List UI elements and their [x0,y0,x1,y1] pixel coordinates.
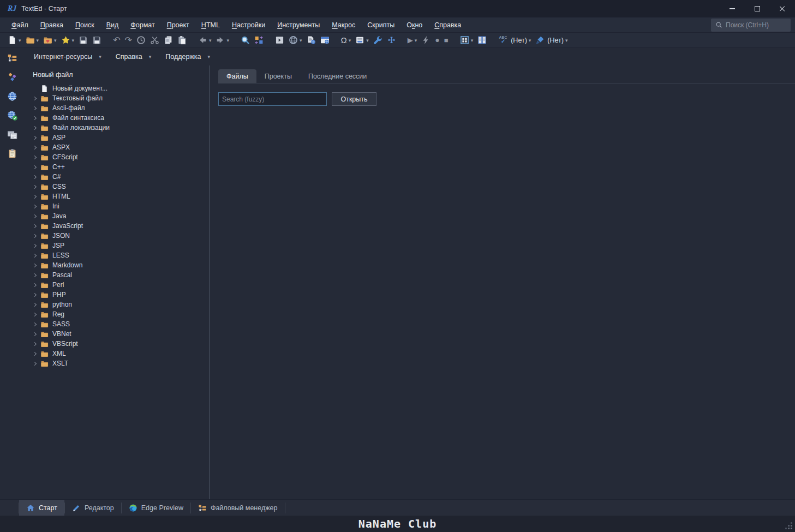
record-macro-button[interactable]: ● [433,34,441,47]
menu-macro[interactable]: Макрос [326,21,361,29]
maximize-button[interactable] [745,0,770,17]
expander-icon[interactable] [31,323,39,326]
dropdown-caret-icon[interactable]: ▾ [565,38,568,43]
tree-item[interactable]: PHP [25,290,209,300]
stop-macro-button[interactable]: ■ [442,34,451,47]
tools-button[interactable] [371,34,385,47]
expander-icon[interactable] [31,146,39,149]
tree-item[interactable]: Текстовый файл [25,93,209,103]
view-tab-edge-preview[interactable]: Edge Preview [122,500,190,516]
expander-icon[interactable] [31,205,39,208]
menu-window[interactable]: Окно [401,21,428,29]
panel-toggle-button[interactable] [273,34,286,47]
web-button[interactable] [7,90,19,102]
file-manager-button[interactable] [7,52,19,64]
snippets-button[interactable] [7,71,19,83]
dropdown-caret-icon[interactable]: ▾ [54,38,57,43]
view-tab-editor[interactable]: Редактор [65,500,121,516]
quick-run-button[interactable] [419,34,433,47]
tab-recent-sessions[interactable]: Последние сессии [300,69,375,83]
expander-icon[interactable] [31,186,39,188]
dropdown-caret-icon[interactable]: ▾ [207,54,210,59]
view-tab-file-manager[interactable]: Файловый менеджер [191,500,285,516]
view-tab-start[interactable]: Старт [19,500,64,516]
quickbar-internet-resources[interactable]: Интернет-ресурсы▾ [27,53,109,61]
expander-icon[interactable] [31,225,39,228]
dropdown-caret-icon[interactable]: ▾ [149,54,152,59]
fuzzy-search-input[interactable] [218,92,327,106]
quickbar-help[interactable]: Справка▾ [109,53,159,61]
expander-icon[interactable] [31,215,39,218]
expander-icon[interactable] [31,156,39,159]
tree-item[interactable]: Файл локализации [25,123,209,133]
tree-item[interactable]: VBNet [25,329,209,339]
expander-icon[interactable] [31,333,39,336]
tree-item[interactable]: CSS [25,182,209,192]
menu-html[interactable]: HTML [195,21,226,29]
expander-icon[interactable] [31,244,39,247]
tree-item[interactable]: Perl [25,280,209,290]
expander-icon[interactable] [31,284,39,286]
tree-item[interactable]: SASS [25,319,209,329]
expander-icon[interactable] [31,235,39,237]
browser-preview-button[interactable]: ▾ [286,34,304,47]
copy-button[interactable] [162,34,175,47]
web-check-button[interactable] [7,109,19,121]
menu-edit[interactable]: Правка [34,21,69,29]
global-search-box[interactable] [711,19,791,32]
menu-view[interactable]: Вид [100,21,125,29]
expander-icon[interactable] [31,294,39,296]
layout-grid-button[interactable]: ▾ [458,34,476,47]
preview-button[interactable] [7,128,19,140]
menu-search[interactable]: Поиск [69,21,100,29]
expander-icon[interactable] [31,195,39,198]
tree-item[interactable]: python [25,300,209,309]
compare-button[interactable] [252,34,266,47]
tree-item[interactable]: C++ [25,162,209,172]
dropdown-caret-icon[interactable]: ▾ [226,38,229,43]
tree-item[interactable]: Pascal [25,270,209,280]
tree-item[interactable]: Markdown [25,260,209,270]
save-all-button[interactable] [90,34,104,47]
expander-icon[interactable] [31,107,39,110]
expander-icon[interactable] [31,313,39,316]
open-file-button[interactable]: ▾ [23,34,41,47]
clipboard-button[interactable] [7,147,19,159]
tree-item[interactable]: JSON [25,231,209,241]
tree-item[interactable]: XML [25,349,209,358]
expander-icon[interactable] [31,97,39,100]
tree-item[interactable]: VBScript [25,339,209,349]
window-preview-button[interactable] [318,34,332,47]
menu-format[interactable]: Формат [124,21,160,29]
expander-icon[interactable] [31,303,39,306]
dropdown-caret-icon[interactable]: ▾ [529,38,531,43]
expander-icon[interactable] [31,362,39,365]
menu-help[interactable]: Справка [428,21,467,29]
tree-item[interactable]: Ascii-файл [25,103,209,113]
tree-item[interactable]: ASPX [25,142,209,152]
dropdown-caret-icon[interactable]: ▾ [349,38,351,43]
tree-item[interactable]: Reg [25,309,209,319]
expander-icon[interactable] [31,343,39,345]
syntax-scheme-button[interactable]: (Нет)▾ [533,34,570,47]
minimize-button[interactable] [720,0,745,17]
expander-icon[interactable] [31,166,39,169]
dropdown-caret-icon[interactable]: ▾ [72,38,75,43]
dropdown-caret-icon[interactable]: ▾ [366,38,369,43]
tree-item[interactable]: C# [25,172,209,182]
expander-icon[interactable] [31,274,39,277]
favorites-button[interactable]: ▾ [59,34,77,47]
spellcheck-button[interactable]: ABC✓(Нет)▾ [496,34,533,47]
tab-projects[interactable]: Проекты [256,69,300,83]
menu-tools[interactable]: Инструменты [271,21,326,29]
layout-columns-button[interactable] [475,34,489,47]
search-button[interactable] [238,34,252,47]
save-button[interactable] [76,34,90,47]
tree-item[interactable]: Ini [25,201,209,211]
tree-item[interactable]: ASP [25,133,209,142]
expander-icon[interactable] [31,136,39,139]
tree-item[interactable]: Файл синтаксиса [25,113,209,123]
menu-file[interactable]: Файл [5,21,34,29]
plugins-button[interactable] [385,34,398,47]
history-button[interactable] [134,34,148,47]
